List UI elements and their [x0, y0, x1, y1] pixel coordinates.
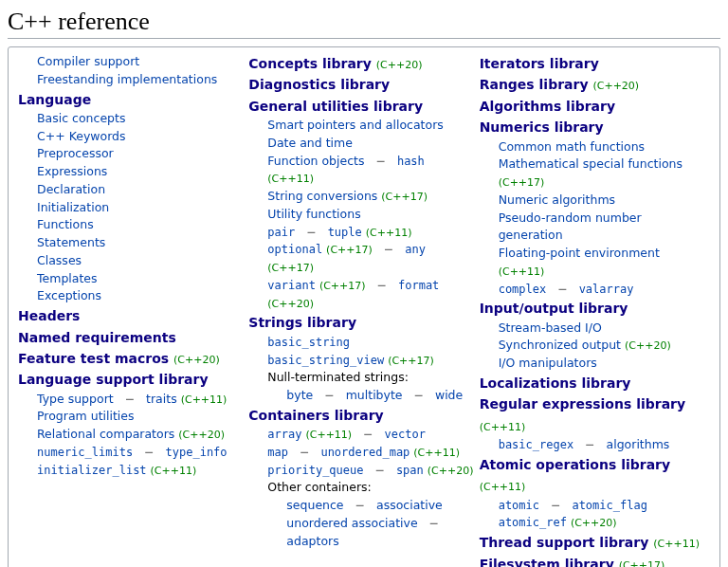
numeric-algo-link[interactable]: Numeric algorithms — [499, 192, 615, 207]
numeric-limits-link[interactable]: numeric_limits — [37, 446, 133, 459]
multibyte-link[interactable]: multibyte — [346, 388, 403, 402]
initialization-link[interactable]: Initialization — [37, 200, 109, 214]
localizations-link[interactable]: Localizations library — [480, 375, 631, 391]
diagnostics-link[interactable]: Diagnostics library — [248, 77, 390, 92]
stream-io-link[interactable]: Stream-based I/O — [499, 320, 602, 335]
basic-regex-link[interactable]: basic_regex — [499, 438, 573, 451]
named-requirements-link[interactable]: Named requirements — [18, 330, 176, 345]
smart-ptr-link[interactable]: Smart pointers and allocators — [267, 118, 443, 132]
array-link[interactable]: array — [267, 428, 301, 441]
program-utilities-link[interactable]: Program utilities — [37, 409, 135, 423]
sync-output-link[interactable]: Synchronized output — [499, 338, 621, 352]
traits-link[interactable]: traits — [146, 392, 177, 406]
expressions-link[interactable]: Expressions — [37, 164, 107, 178]
variant-link[interactable]: variant — [267, 279, 316, 292]
language-link[interactable]: Language — [18, 92, 91, 107]
tuple-link[interactable]: tuple — [328, 226, 362, 239]
cpp20-mark: (C++20) — [376, 59, 423, 71]
thread-link[interactable]: Thread support library — [480, 535, 649, 550]
span-link[interactable]: span — [396, 464, 424, 477]
declaration-link[interactable]: Declaration — [37, 182, 105, 196]
feature-test-link[interactable]: Feature test macros — [18, 351, 169, 366]
pair-link[interactable]: pair — [267, 226, 295, 239]
algorithms-link[interactable]: Algorithms library — [480, 99, 615, 114]
null-term-label: Null-terminated strings: — [248, 369, 473, 387]
lang-support-link[interactable]: Language support library — [18, 372, 209, 387]
unordered-assoc-link[interactable]: unordered associative — [286, 516, 417, 530]
regex-algo-link[interactable]: algorithms — [607, 437, 670, 451]
byte-str-link[interactable]: byte — [286, 388, 313, 402]
column-2: Concepts library (C++20) Diagnostics lib… — [248, 53, 479, 567]
basic-string-link[interactable]: basic_string — [267, 336, 350, 349]
freestanding-link[interactable]: Freestanding implementations — [37, 72, 217, 86]
format-link[interactable]: format — [398, 279, 439, 292]
functions-link[interactable]: Functions — [37, 217, 94, 231]
cpp11-mark: (C++11) — [366, 227, 412, 239]
func-obj-link[interactable]: Function objects — [267, 154, 364, 168]
numerics-link[interactable]: Numerics library — [480, 119, 604, 135]
regex-link[interactable]: Regular expressions library — [480, 396, 686, 412]
cpp17-mark: (C++17) — [619, 559, 665, 567]
math-special-link[interactable]: Mathematical special functions — [499, 156, 682, 171]
priority-queue-link[interactable]: priority_queue — [267, 464, 363, 477]
type-support-link[interactable]: Type support — [37, 392, 114, 406]
keywords-link[interactable]: C++ Keywords — [37, 129, 126, 143]
date-time-link[interactable]: Date and time — [267, 136, 353, 150]
atomic-ref-link[interactable]: atomic_ref — [499, 516, 567, 529]
vector-link[interactable]: vector — [385, 428, 426, 441]
cpp20-mark: (C++20) — [625, 339, 671, 352]
atomic-ops-link[interactable]: Atomic operations library — [480, 457, 670, 472]
gen-util-link[interactable]: General utilities library — [248, 99, 423, 114]
prng-link[interactable]: Pseudo-random number generation — [499, 210, 642, 243]
iterators-link[interactable]: Iterators library — [480, 56, 599, 71]
cpp20-mark: (C++20) — [571, 517, 617, 529]
cpp11-mark: (C++11) — [305, 429, 352, 441]
wide-link[interactable]: wide — [435, 388, 463, 402]
unordered-map-link[interactable]: unordered_map — [320, 446, 410, 459]
headers-link[interactable]: Headers — [18, 308, 80, 323]
map-link[interactable]: map — [267, 446, 288, 459]
any-link[interactable]: any — [405, 243, 426, 256]
concepts-lib-link[interactable]: Concepts library — [248, 56, 372, 71]
compiler-support-link[interactable]: Compiler support — [37, 54, 139, 68]
util-fn-link[interactable]: Utility functions — [267, 207, 360, 221]
cpp17-mark: (C++17) — [319, 280, 366, 292]
cpp11-mark: (C++11) — [267, 173, 314, 185]
cpp11-mark: (C++11) — [480, 421, 526, 433]
io-lib-link[interactable]: Input/output library — [480, 301, 628, 316]
type-info-link[interactable]: type_info — [166, 446, 228, 459]
basic-string-view-link[interactable]: basic_string_view — [267, 354, 384, 367]
exceptions-link[interactable]: Exceptions — [37, 288, 101, 302]
sequence-link[interactable]: sequence — [286, 498, 343, 512]
atomic-flag-link[interactable]: atomic_flag — [572, 499, 646, 512]
common-math-link[interactable]: Common math functions — [499, 139, 645, 154]
fp-env-link[interactable]: Floating-point environment — [499, 246, 660, 260]
cpp20-mark: (C++20) — [592, 80, 639, 92]
optional-link[interactable]: optional — [267, 243, 322, 256]
preprocessor-link[interactable]: Preprocessor — [37, 146, 114, 160]
valarray-link[interactable]: valarray — [579, 283, 634, 296]
hash-link[interactable]: hash — [397, 155, 425, 168]
cpp11-mark: (C++11) — [480, 481, 526, 493]
atomic-link[interactable]: atomic — [499, 499, 539, 512]
templates-link[interactable]: Templates — [37, 271, 98, 285]
filesystem-link[interactable]: Filesystem library — [480, 557, 614, 567]
cpp17-mark: (C++17) — [388, 355, 434, 367]
classes-link[interactable]: Classes — [37, 253, 82, 267]
cpp11-mark: (C++11) — [499, 265, 545, 278]
initializer-list-link[interactable]: initializer_list — [37, 464, 147, 477]
statements-link[interactable]: Statements — [37, 235, 105, 249]
column-1: Compiler support Freestanding implementa… — [18, 53, 248, 567]
containers-link[interactable]: Containers library — [248, 408, 383, 423]
ranges-lib-link[interactable]: Ranges library — [480, 77, 589, 92]
associative-link[interactable]: associative — [376, 498, 443, 512]
str-conv-link[interactable]: String conversions — [267, 189, 377, 203]
rel-comparators-link[interactable]: Relational comparators — [37, 427, 174, 441]
basic-concepts-link[interactable]: Basic concepts — [37, 111, 125, 125]
strings-link[interactable]: Strings library — [248, 315, 356, 330]
cpp11-mark: (C++11) — [181, 393, 228, 406]
adaptors-link[interactable]: adaptors — [286, 534, 338, 548]
complex-link[interactable]: complex — [499, 283, 547, 296]
cpp11-mark: (C++11) — [151, 465, 197, 477]
io-manip-link[interactable]: I/O manipulators — [499, 356, 597, 370]
